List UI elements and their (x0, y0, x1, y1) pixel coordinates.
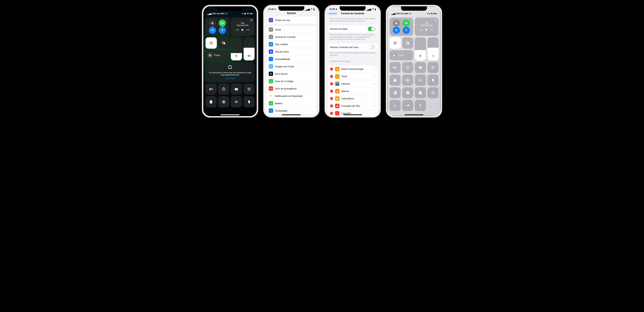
settings-row[interactable]: AA Tela e Brilho › (266, 41, 316, 48)
open-home-link[interactable]: Abrir Casa (208, 77, 252, 80)
clock-button[interactable] (428, 87, 439, 98)
focus-button[interactable]: Foco (206, 50, 229, 60)
row-label: Bateria (275, 102, 311, 105)
orientation-lock-toggle[interactable] (390, 37, 401, 49)
remove-button[interactable]: – (330, 112, 333, 115)
calculator-button[interactable] (390, 75, 400, 86)
media-subtitle: Reproduzindo (421, 24, 432, 26)
phone-2: 14:45 ➤ ▁▃▅ ▮ Ajustes ⏳ Tempo de Uso › ⚙… (263, 5, 320, 118)
settings-row[interactable]: ▦ Tela de Início › (266, 48, 316, 55)
bluetooth-toggle[interactable] (219, 27, 226, 34)
voice-memo-button[interactable] (415, 75, 426, 86)
voice-memo-button[interactable] (231, 96, 242, 107)
remove-button[interactable]: – (330, 67, 333, 71)
hearing-button[interactable] (390, 100, 400, 111)
airplay-icon[interactable] (250, 19, 253, 22)
chevron-icon: › (313, 95, 314, 97)
settings-row[interactable]: ☻ Face ID e Código › (266, 78, 316, 85)
cellular-toggle[interactable] (403, 19, 410, 27)
next-icon[interactable]: ▶▶ (247, 28, 250, 31)
flashlight-button[interactable] (244, 96, 255, 107)
settings-row[interactable]: ◉ Siri e Busca › (266, 70, 316, 78)
connectivity-group (390, 17, 413, 36)
remove-button[interactable]: – (330, 75, 333, 78)
home-accessories-card[interactable]: Os Acessórios e Cenas que você adicionar… (206, 62, 254, 82)
volume-slider[interactable] (244, 37, 255, 60)
settings-row[interactable]: ✱ Notificações de Exposição › (266, 92, 316, 100)
focus-label: Foco (214, 54, 220, 57)
row-label: Acessibilidade (275, 58, 311, 60)
shazam-button[interactable] (402, 87, 413, 98)
remove-button[interactable]: – (330, 97, 333, 100)
drag-handle-icon[interactable]: ≡ (374, 97, 375, 100)
phone-4: ▁▃▅ VIVO Voz WiFi ✈︎ ⎆ ⦿ 43% Não Reprodu… (386, 5, 442, 118)
bluetooth-toggle[interactable] (403, 27, 410, 34)
screen-mirroring-button[interactable] (402, 37, 414, 49)
included-header: CONTROLES INCLUÍDOS (326, 57, 380, 63)
cellular-toggle[interactable] (219, 19, 226, 27)
screen-record-button[interactable] (218, 96, 230, 107)
drag-handle-icon[interactable]: ≡ (374, 112, 375, 115)
airplane-toggle[interactable] (209, 19, 216, 27)
back-button[interactable]: ‹ Ajustes (328, 12, 337, 15)
brightness-slider[interactable] (415, 37, 426, 60)
screen-mirroring-button[interactable] (218, 37, 230, 49)
alarm-button[interactable] (244, 84, 255, 95)
focus-button[interactable]: Foco (390, 50, 413, 60)
settings-row[interactable]: ☺ Acessibilidade › (266, 55, 316, 63)
settings-row[interactable]: ▮ Bateria › (266, 100, 316, 107)
flashlight-button[interactable] (428, 75, 439, 86)
remove-button[interactable]: – (330, 82, 333, 85)
camera-button[interactable] (231, 84, 242, 95)
settings-row[interactable]: ✋ Privacidade › (266, 107, 316, 114)
apple-tv-remote-button[interactable] (415, 100, 426, 111)
settings-row[interactable]: ⏳ Tempo de Uso › (266, 16, 316, 24)
wifi-toggle[interactable] (209, 27, 216, 34)
show-home-controls-toggle[interactable] (368, 45, 375, 49)
prev-icon[interactable]: ◀◀ (419, 28, 423, 31)
row-label: Modo Pouca Energia (341, 68, 372, 70)
timer-button[interactable] (218, 84, 230, 95)
drag-handle-icon[interactable]: ≡ (374, 68, 375, 70)
camera-button[interactable] (415, 62, 426, 73)
page-title: Central de Controle (341, 12, 364, 15)
chevron-icon: › (313, 72, 314, 75)
quick-note-button[interactable] (415, 87, 426, 98)
low-power-button[interactable] (206, 84, 217, 95)
remove-button[interactable]: – (330, 104, 333, 108)
remove-button[interactable]: – (330, 90, 333, 93)
drag-handle-icon[interactable]: ≡ (374, 75, 375, 78)
settings-row[interactable]: SOS SOS de Emergência › (266, 85, 316, 92)
play-icon[interactable]: ▶ (426, 28, 428, 31)
dark-mode-button[interactable] (390, 87, 400, 98)
drag-handle-icon[interactable]: ≡ (374, 105, 375, 107)
airplay-icon[interactable] (434, 19, 437, 22)
text-size-button[interactable]: AA (402, 100, 413, 111)
calculator-button[interactable] (206, 96, 217, 107)
row-label: Imagem de Fundo (275, 65, 311, 68)
drag-handle-icon[interactable]: ≡ (374, 90, 375, 93)
settings-row[interactable]: ❀ Imagem de Fundo › (266, 63, 316, 70)
row-label: Tela de Início (275, 50, 311, 53)
low-power-button[interactable] (390, 62, 400, 73)
timer-button[interactable] (402, 62, 413, 73)
screen-record-button[interactable] (402, 75, 413, 86)
access-in-apps-row: Acesso em Apps (328, 25, 378, 32)
status-bar: ▁▃▅ VIVO Voz WiFi ✈︎ ⏰ ⦿ 44% (206, 12, 254, 17)
chevron-icon: › (313, 50, 314, 53)
alarm-button[interactable] (428, 62, 439, 73)
wifi-toggle[interactable] (393, 27, 400, 34)
orientation-lock-toggle[interactable] (206, 37, 217, 49)
media-control[interactable]: Não Reproduzindo ◀◀ ▶ ▶▶ (231, 17, 254, 36)
play-icon[interactable]: ▶ (242, 28, 244, 31)
volume-slider[interactable] (428, 37, 439, 60)
access-in-apps-toggle[interactable] (368, 27, 375, 31)
airplane-toggle[interactable] (393, 19, 400, 27)
brightness-slider[interactable] (231, 37, 242, 60)
next-icon[interactable]: ▶▶ (431, 28, 434, 31)
settings-row[interactable]: ☰ Central de Controle › (266, 33, 316, 41)
media-control[interactable]: Não Reproduzindo ◀◀ ▶ ▶▶ (415, 17, 438, 36)
drag-handle-icon[interactable]: ≡ (374, 82, 375, 85)
settings-row[interactable]: ⚙︎ Geral › (266, 26, 316, 33)
prev-icon[interactable]: ◀◀ (235, 28, 239, 31)
